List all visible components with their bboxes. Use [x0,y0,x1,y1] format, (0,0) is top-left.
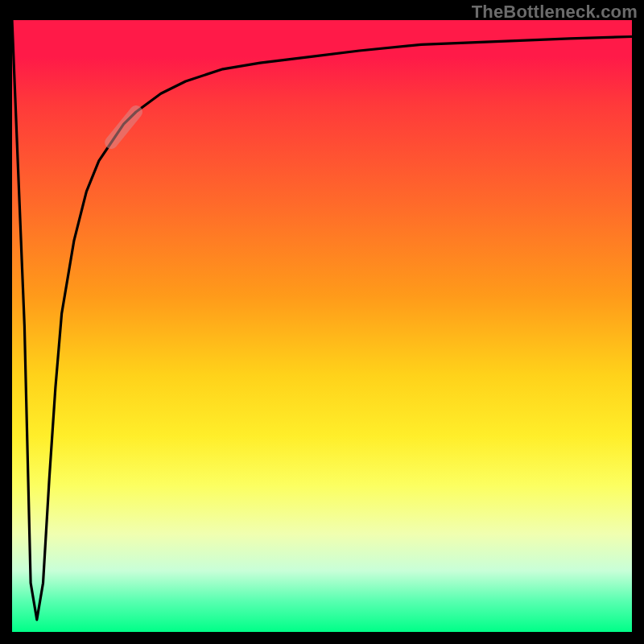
watermark-label: TheBottleneck.com [472,2,638,23]
highlight-band [111,112,136,142]
bottleneck-curve [12,20,632,620]
plot-area [12,20,632,632]
curve-svg [12,20,632,632]
chart-frame: TheBottleneck.com [0,0,644,644]
